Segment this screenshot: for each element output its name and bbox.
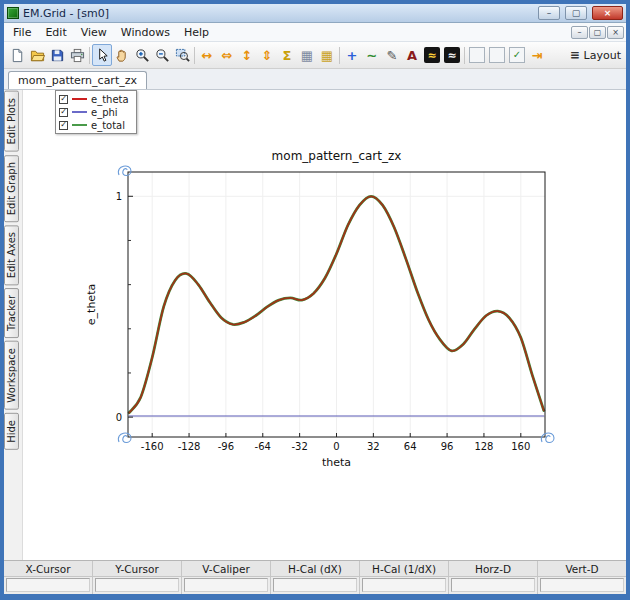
menu-item-file[interactable]: File [6, 24, 38, 41]
app-window: EM.Grid - [sm0] – ▢ × FileEditViewWindow… [0, 0, 630, 600]
x-tick-label: -64 [255, 441, 271, 452]
graph-handle-icon[interactable] [118, 433, 131, 442]
fit-y-markers-icon[interactable]: ⇕ [257, 44, 277, 66]
maximize-button[interactable]: ▢ [565, 6, 587, 20]
sidebar-tab-tracker[interactable]: Tracker [4, 288, 19, 338]
legend-row-e-theta: ✓e_theta [59, 93, 129, 105]
legend: ✓e_theta✓e_phi✓e_total [55, 90, 137, 134]
x-tick-label: -160 [141, 441, 164, 452]
fit-x-icon[interactable]: ↔ [197, 44, 217, 66]
sidebar-tab-edit-plots[interactable]: Edit Plots [4, 91, 19, 152]
select-cursor-icon[interactable] [92, 44, 112, 66]
legend-swatch-e-total [72, 124, 87, 126]
fit-x-markers-icon[interactable]: ⇔ [217, 44, 237, 66]
pan-hand-icon[interactable] [112, 44, 132, 66]
legend-checkbox-e-total[interactable]: ✓ [59, 121, 68, 130]
legend-row-e-total: ✓e_total [59, 119, 129, 131]
spline-icon[interactable]: ∼ [362, 44, 382, 66]
legend-label-e-total: e_total [91, 120, 125, 131]
menu-item-windows[interactable]: Windows [114, 24, 177, 41]
layout-button-label: Layout [584, 49, 621, 62]
statusbar: X-CursorY-CursorV-CaliperH-Cal (dX)H-Cal… [4, 560, 626, 594]
titlebar: EM.Grid - [sm0] – ▢ × [4, 4, 626, 23]
legend-swatch-e-theta [72, 98, 87, 100]
menubar: FileEditViewWindowsHelp – ▢ × [4, 23, 626, 42]
toggle-pale-alt-icon[interactable] [487, 44, 507, 66]
x-tick-label: 32 [367, 441, 380, 452]
zoom-region-icon[interactable] [172, 44, 192, 66]
sidebar-tab-edit-axes[interactable]: Edit Axes [4, 225, 19, 285]
print-icon[interactable] [67, 44, 87, 66]
chart-region: ✓e_theta✓e_phi✓e_total -160-128-96-64-32… [23, 90, 626, 560]
data-table-alt-icon[interactable]: ▦ [317, 44, 337, 66]
status-col-h-cal-dx: H-Cal (dX) [271, 561, 360, 594]
save-icon[interactable] [47, 44, 67, 66]
status-value-horz-d [451, 578, 535, 592]
status-col-h-cal-1-dx: H-Cal (1/dX) [360, 561, 449, 594]
zoom-out-icon[interactable] [152, 44, 172, 66]
toolbar-separator [194, 47, 195, 64]
fit-y-icon[interactable]: ↕ [237, 44, 257, 66]
status-value-v-caliper [184, 578, 268, 592]
sidebar: Edit PlotsEdit GraphEdit AxesTrackerWork… [4, 90, 23, 560]
status-value-x-cursor [6, 578, 90, 592]
toggle-pale-icon[interactable] [467, 44, 487, 66]
status-label-y-cursor: Y-Cursor [93, 561, 181, 577]
zoom-in-icon[interactable] [132, 44, 152, 66]
toolbar-separator [464, 47, 465, 64]
status-label-v-caliper: V-Caliper [182, 561, 270, 577]
apply-checks-icon[interactable]: ✓ [507, 44, 527, 66]
text-tool-icon[interactable]: A [402, 44, 422, 66]
mdi-minimize-button[interactable]: – [571, 26, 588, 39]
span-x-icon[interactable]: ⇥ [527, 44, 547, 66]
graph-handle-icon[interactable] [541, 433, 554, 442]
status-label-h-cal-dx: H-Cal (dX) [271, 561, 359, 577]
layout-button[interactable]: ≡ Layout [567, 45, 623, 65]
cross-cursor-icon[interactable]: + [342, 44, 362, 66]
document-tabstrip: mom_pattern_cart_zx [4, 69, 626, 90]
close-button[interactable]: × [592, 6, 623, 20]
x-tick-label: -32 [291, 441, 307, 452]
sidebar-tab-hide[interactable]: Hide [4, 413, 19, 450]
legend-checkbox-e-theta[interactable]: ✓ [59, 95, 68, 104]
x-tick-label: 160 [511, 441, 530, 452]
y-tick-label: 0 [116, 412, 122, 423]
new-file-icon[interactable] [7, 44, 27, 66]
toolbar-items: ↔⇔↕⇕Σ▦▦+∼✎A≈≈✓⇥ [7, 44, 547, 66]
toolbar: ↔⇔↕⇕Σ▦▦+∼✎A≈≈✓⇥ ≡ Layout [4, 42, 626, 69]
x-axis-label: theta [322, 456, 351, 469]
y-axis-label: e_theta [85, 284, 98, 325]
menu-item-view[interactable]: View [74, 24, 114, 41]
status-label-vert-d: Vert-D [538, 561, 626, 577]
legend-checkbox-e-phi[interactable]: ✓ [59, 108, 68, 117]
waveform-dark-alt-icon[interactable]: ≈ [442, 44, 462, 66]
waveform-dark-icon[interactable]: ≈ [422, 44, 442, 66]
autoscale-icon[interactable]: Σ [277, 44, 297, 66]
status-label-h-cal-1-dx: H-Cal (1/dX) [360, 561, 448, 577]
mdi-restore-button[interactable]: ▢ [589, 26, 606, 39]
minimize-button[interactable]: – [538, 6, 560, 20]
sidebar-tab-edit-graph[interactable]: Edit Graph [4, 155, 19, 222]
tab-mom-pattern-cart-zx[interactable]: mom_pattern_cart_zx [8, 71, 147, 89]
y-tick-label: 1 [116, 191, 122, 202]
status-col-v-caliper: V-Caliper [182, 561, 271, 594]
menu-item-edit[interactable]: Edit [38, 24, 73, 41]
legend-swatch-e-phi [72, 111, 87, 113]
layout-menu-icon: ≡ [569, 47, 581, 63]
chart-plot[interactable]: -160-128-96-64-32032649612816001mom_patt… [23, 90, 626, 560]
status-col-x-cursor: X-Cursor [4, 561, 93, 594]
open-file-icon[interactable] [27, 44, 47, 66]
x-tick-label: -96 [218, 441, 234, 452]
status-label-horz-d: Horz-D [449, 561, 537, 577]
sidebar-tab-workspace[interactable]: Workspace [4, 341, 19, 410]
menubar-items: FileEditViewWindowsHelp [6, 23, 216, 41]
data-table-icon[interactable]: ▦ [297, 44, 317, 66]
x-tick-label: 0 [333, 441, 339, 452]
status-col-vert-d: Vert-D [538, 561, 626, 594]
status-value-h-cal-1-dx [362, 578, 446, 592]
annotate-icon[interactable]: ✎ [382, 44, 402, 66]
legend-label-e-phi: e_phi [91, 107, 118, 118]
x-tick-label: -128 [178, 441, 201, 452]
mdi-close-button[interactable]: × [607, 26, 624, 39]
menu-item-help[interactable]: Help [177, 24, 216, 41]
